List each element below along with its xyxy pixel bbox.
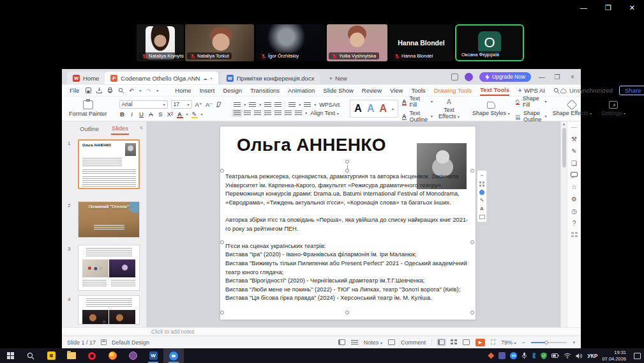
distribute-icon[interactable] — [274, 111, 281, 116]
print-preview-icon[interactable] — [118, 88, 124, 93]
picture-icon[interactable] — [479, 215, 485, 219]
notes-toggle[interactable]: Notes ▾ — [364, 339, 382, 346]
security-shield-tray-icon[interactable] — [541, 352, 547, 359]
zoom-slider-knob[interactable] — [544, 341, 548, 344]
text-icon[interactable]: A — [480, 206, 484, 212]
selection-handle[interactable] — [345, 311, 349, 314]
tab-home[interactable]: W Home — [67, 72, 105, 84]
battery-tray-icon[interactable] — [551, 353, 559, 359]
close-icon[interactable]: ✕ — [629, 4, 635, 12]
undo-icon[interactable]: ↶ — [129, 87, 134, 94]
wifi-tray-icon[interactable] — [564, 353, 571, 359]
participant-tile[interactable]: Nataliya Krynytska — [137, 24, 184, 61]
redo-icon[interactable]: ↷ — [146, 87, 151, 94]
notification-center-icon[interactable] — [634, 353, 641, 359]
scrollbar-thumb[interactable] — [562, 128, 566, 167]
collapse-panel-icon[interactable]: < — [140, 125, 143, 131]
beautify-icon[interactable]: ✎ — [571, 148, 576, 155]
zoom-slider[interactable] — [531, 342, 567, 343]
shape-effects-button[interactable]: Shape Effects ▾ — [550, 98, 595, 120]
text-fill-button[interactable]: Text Fill — [410, 95, 428, 108]
format-painter-button[interactable]: Format Painter — [66, 98, 110, 120]
fit-slide-icon[interactable]: ⛶ — [491, 339, 495, 346]
taskbar-search-button[interactable] — [20, 348, 41, 363]
menu-home[interactable]: Home — [175, 86, 191, 95]
clear-format-icon[interactable] — [216, 102, 222, 107]
comment-pane-icon[interactable] — [571, 172, 578, 178]
shape-outline-button[interactable]: Shape Outline — [523, 110, 542, 123]
tab-presentation-active[interactable]: P Codename Othello Olga ANN ☁ • — [105, 72, 218, 84]
superscript-button[interactable]: X² — [167, 111, 174, 118]
taskbar-zoom-active[interactable] — [163, 348, 184, 363]
rotate-handle[interactable] — [345, 160, 349, 164]
effects-icon[interactable] — [479, 190, 484, 195]
menu-design[interactable]: Design — [223, 86, 242, 95]
qat-dropdown-icon[interactable]: ▾ — [156, 88, 158, 93]
tab-document[interactable]: W Примітки конференція.docx — [221, 72, 320, 84]
tab-outline[interactable]: Outline — [79, 123, 100, 134]
justify-icon[interactable] — [264, 111, 271, 116]
microphone-tray-icon[interactable] — [521, 352, 527, 359]
start-button[interactable] — [0, 348, 20, 363]
export-notes-icon[interactable] — [338, 339, 345, 345]
layout-panes-icon[interactable] — [451, 73, 458, 81]
bullet-list-icon[interactable] — [234, 102, 241, 107]
anydesk-tray-icon[interactable] — [488, 353, 494, 359]
selection-handle[interactable] — [220, 311, 224, 314]
decrease-indent-icon[interactable] — [264, 102, 271, 107]
apps-grid-icon[interactable] — [571, 232, 578, 238]
collapse-icon[interactable]: − — [481, 173, 484, 178]
slideshow-play-button[interactable]: ▶ — [476, 339, 485, 346]
taskbar-clock[interactable]: 19:31 07.04.2026 — [602, 350, 626, 362]
wordart-gallery[interactable]: A A A ▾ — [350, 100, 398, 118]
add-slide-button[interactable]: + — [62, 317, 146, 327]
selection-handle[interactable] — [470, 311, 474, 314]
menu-insert[interactable]: Insert — [200, 86, 215, 95]
selection-handle[interactable] — [220, 169, 224, 173]
volume-tray-icon[interactable] — [576, 353, 583, 359]
menu-review[interactable]: Review — [362, 86, 382, 95]
menu-view[interactable]: View — [390, 86, 403, 95]
selection-handle[interactable] — [470, 240, 474, 244]
strikethrough-button[interactable]: A — [148, 111, 154, 118]
text-outline-button[interactable]: Text Outline — [410, 110, 428, 123]
participant-tile[interactable]: Yuliia Vyshnytska — [327, 24, 387, 61]
participant-tile[interactable]: Ígor Órzhitskiy — [256, 24, 325, 61]
line-spacing-icon[interactable] — [285, 111, 292, 116]
favorites-icon[interactable]: ☆ — [571, 183, 577, 190]
settings-button[interactable]: Settings ▾ — [598, 98, 629, 120]
layout-icon[interactable] — [479, 182, 484, 187]
history-icon[interactable]: ◷ — [571, 208, 577, 215]
account-avatar[interactable] — [465, 73, 473, 81]
columns-icon[interactable] — [288, 102, 296, 107]
participant-tile[interactable]: Hanna Blondel Hanna Blondel — [389, 24, 453, 61]
taskbar-tor-browser[interactable] — [123, 348, 143, 363]
italic-button[interactable]: I — [129, 111, 135, 118]
menu-transitions[interactable]: Transitions — [250, 86, 280, 95]
shadow-button[interactable]: S — [158, 111, 164, 118]
restore-icon[interactable]: ❐ — [605, 4, 611, 12]
wordart-style-2[interactable]: A — [367, 104, 375, 114]
taskbar-file-explorer[interactable] — [61, 348, 82, 363]
teams-tray-icon[interactable] — [498, 352, 505, 359]
increase-font-button[interactable]: A⁺ — [195, 101, 202, 108]
selection-handle[interactable] — [470, 169, 474, 173]
shape-fill-button[interactable]: Shape Fill — [523, 95, 542, 108]
tab-slides[interactable]: Slides — [111, 123, 129, 135]
font-name-select[interactable]: Arial▾ — [119, 100, 168, 109]
align-text-button[interactable]: Align Text ▾ — [310, 110, 338, 116]
zoom-in-button[interactable]: + — [573, 339, 576, 346]
numbered-list-icon[interactable] — [249, 102, 256, 107]
slide-thumbnail-2[interactable]: Позивний "Отелло" — [78, 201, 140, 238]
app-minimize-icon[interactable]: — — [537, 73, 546, 81]
taskbar-opera[interactable] — [82, 348, 102, 363]
new-tab-button[interactable]: + New — [329, 72, 347, 84]
zoom-out-button[interactable]: − — [521, 339, 525, 346]
menu-drawing-tools[interactable]: Drawing Tools — [434, 86, 472, 95]
vertical-scrollbar[interactable]: ▲ — [560, 121, 567, 327]
increase-indent-icon[interactable] — [274, 102, 281, 107]
zoom-tray-icon[interactable]: zm — [510, 352, 517, 359]
save-icon[interactable] — [86, 88, 91, 93]
language-indicator[interactable]: УКР — [587, 353, 597, 359]
selection-handle[interactable] — [220, 240, 224, 244]
